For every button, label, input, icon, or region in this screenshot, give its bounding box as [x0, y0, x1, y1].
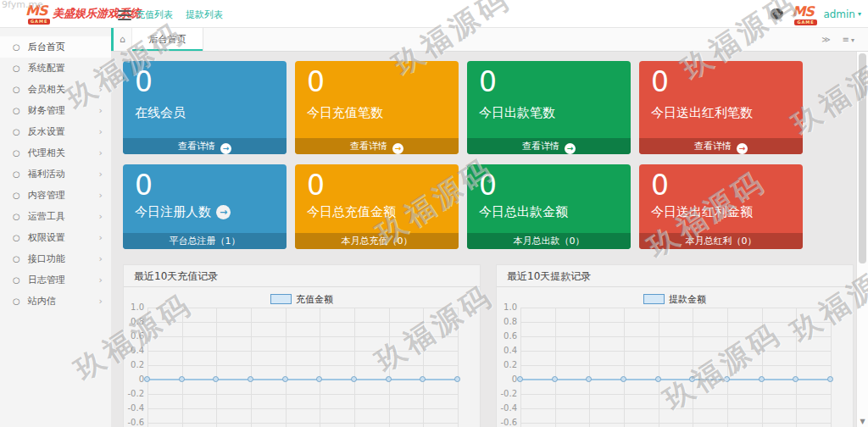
- y-tick-label: -0.6: [500, 418, 517, 427]
- top-menu: 充值列表提款列表: [136, 8, 223, 21]
- sidebar-item-9[interactable]: ○权限设置›: [0, 227, 111, 248]
- sidebar-item-6[interactable]: ○福利活动›: [0, 164, 111, 185]
- stat-value: 0: [639, 164, 803, 201]
- sidebar-item-11[interactable]: ○日志管理›: [0, 269, 111, 291]
- y-tick-label: -0.4: [127, 403, 144, 413]
- stat-footer: 本月总出款（0）: [467, 233, 631, 249]
- data-point[interactable]: [144, 376, 150, 382]
- chevron-right-icon: ›: [99, 233, 103, 242]
- data-point[interactable]: [552, 376, 558, 382]
- sidebar-item-1[interactable]: ○系统配置›: [0, 58, 111, 79]
- stat-footer: 平台总注册（1）: [123, 233, 287, 249]
- sidebar-item-0[interactable]: ○后台首页: [0, 36, 111, 58]
- chevron-right-icon: ›: [99, 85, 103, 94]
- sidebar-item-label: 会员相关: [28, 83, 65, 96]
- accent-bar: [111, 28, 114, 51]
- recharge-chart: 充值金额 1.00.80.60.40.20-0.2-0.4-0.6: [124, 287, 480, 427]
- chart-title: 最近10天提款记录: [497, 265, 853, 287]
- y-tick-label: 0.4: [131, 346, 144, 355]
- legend-swatch: [643, 294, 665, 304]
- y-tick-label: 1.0: [131, 302, 144, 312]
- sidebar-item-3[interactable]: ○财务管理›: [0, 100, 111, 121]
- view-details-link[interactable]: 查看详情→: [123, 138, 287, 154]
- stat-label: 今日注册人数→: [123, 201, 287, 220]
- y-tick-label: 0.6: [131, 331, 144, 341]
- tab-list-dropdown-icon[interactable]: ≡▾: [843, 35, 854, 44]
- sidebar-item-label: 站内信: [28, 295, 56, 308]
- user-menu[interactable]: admin ▾: [823, 8, 861, 20]
- stat-card: 0今日充值笔数查看详情→: [295, 61, 459, 154]
- view-details-link[interactable]: 查看详情→: [467, 138, 631, 154]
- tab-dashboard[interactable]: 后台首页: [131, 28, 203, 51]
- sidebar-item-label: 接口功能: [28, 252, 65, 265]
- stat-label-text: 在线会员: [135, 105, 186, 121]
- sidebar-item-12[interactable]: ○站内信›: [0, 291, 111, 312]
- stat-label: 今日出款笔数: [467, 97, 631, 121]
- y-tick-label: 0.8: [131, 317, 144, 326]
- sidebar-item-7[interactable]: ○内容管理›: [0, 185, 111, 206]
- scroll-down-icon[interactable]: ▼: [857, 418, 868, 425]
- home-icon[interactable]: ⌂: [120, 34, 125, 45]
- top-header: 9fym.me MS GAME 美盛娱乐游戏系统 充值列表提款列表 … MS G…: [0, 0, 868, 28]
- stat-card: 0今日注册人数→平台总注册（1）: [123, 164, 287, 249]
- data-point[interactable]: [179, 376, 185, 382]
- stat-label-text: 今日出款笔数: [479, 105, 555, 121]
- series-line: [520, 308, 831, 427]
- view-details-link[interactable]: 查看详情→: [639, 138, 803, 154]
- top-menu-item-1[interactable]: 提款列表: [186, 8, 223, 21]
- stat-label: 今日送出红利笔数: [639, 97, 803, 121]
- message-icon[interactable]: …: [771, 8, 783, 19]
- chart-legend[interactable]: 提款金额: [497, 292, 853, 306]
- stat-label: 在线会员: [123, 97, 287, 121]
- top-menu-item-0[interactable]: 充值列表: [136, 8, 173, 21]
- tab-scroll-right-icon[interactable]: ≫: [821, 35, 830, 44]
- tab-bar: ⌂ 后台首页 ≫ ≡▾: [111, 28, 868, 52]
- stat-label-text: 今日送出红利笔数: [651, 105, 753, 121]
- data-point[interactable]: [454, 376, 460, 382]
- stat-label: 今日总出款金额: [467, 201, 631, 220]
- sidebar-item-label: 系统配置: [28, 62, 65, 75]
- data-point[interactable]: [517, 376, 523, 382]
- data-point[interactable]: [655, 376, 661, 382]
- chevron-right-icon: ›: [99, 169, 103, 179]
- stat-value: 0: [295, 164, 459, 201]
- sidebar-item-label: 福利活动: [28, 168, 65, 180]
- view-details-link[interactable]: 查看详情→: [295, 138, 459, 154]
- circle-icon: ○: [13, 128, 20, 136]
- circle-icon: ○: [13, 107, 20, 115]
- data-point[interactable]: [759, 376, 765, 382]
- data-point[interactable]: [620, 376, 626, 382]
- stat-cards-row1: 0在线会员查看详情→0今日充值笔数查看详情→0今日出款笔数查看详情→0今日送出红…: [123, 61, 803, 154]
- scrollbar-thumb[interactable]: [859, 53, 866, 263]
- stat-value: 0: [123, 61, 287, 97]
- stat-card: 0今日总充值金额本月总充值（0）: [295, 164, 459, 249]
- data-point[interactable]: [827, 376, 833, 382]
- menu-toggle-icon[interactable]: [118, 10, 131, 23]
- data-point[interactable]: [351, 376, 357, 382]
- sidebar-item-8[interactable]: ○运营工具›: [0, 206, 111, 227]
- sidebar-item-2[interactable]: ○会员相关›: [0, 79, 111, 100]
- sidebar-menu: ○后台首页○系统配置›○会员相关›○财务管理›○反水设置›○代理相关›○福利活动…: [0, 28, 111, 427]
- plot-area: [520, 308, 831, 427]
- user-avatar-logo[interactable]: MS GAME: [792, 3, 815, 25]
- stat-label-text: 今日送出红利金额: [651, 204, 753, 220]
- data-point[interactable]: [282, 376, 288, 382]
- circle-icon: ○: [13, 86, 20, 94]
- circle-icon: ○: [13, 297, 20, 306]
- data-point[interactable]: [248, 376, 253, 382]
- chart-title: 最近10天充值记录: [124, 265, 480, 287]
- sidebar-item-4[interactable]: ○反水设置›: [0, 121, 111, 142]
- stat-card: 0今日送出红利笔数查看详情→: [639, 61, 803, 154]
- data-point[interactable]: [724, 376, 730, 382]
- sidebar-item-label: 日志管理: [28, 274, 65, 286]
- sidebar-item-label: 代理相关: [28, 147, 65, 159]
- scrollbar[interactable]: ▼: [856, 52, 868, 427]
- v-gridline: [831, 308, 832, 427]
- sidebar-item-5[interactable]: ○代理相关›: [0, 142, 111, 164]
- chart-legend[interactable]: 充值金额: [124, 292, 480, 306]
- chevron-right-icon: ›: [99, 127, 103, 136]
- sidebar-item-10[interactable]: ○接口功能›: [0, 248, 111, 269]
- stat-value: 0: [295, 61, 459, 97]
- arrow-circle-icon[interactable]: →: [216, 205, 231, 219]
- data-point[interactable]: [386, 376, 392, 382]
